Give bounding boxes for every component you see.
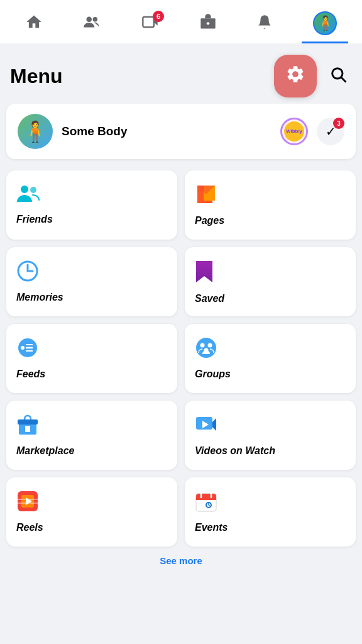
memories-label: Memories [16, 292, 167, 303]
svg-marker-28 [212, 418, 216, 431]
avatar: 🧍 [313, 11, 337, 35]
weekly-badge[interactable]: Wibbly [280, 118, 308, 145]
svg-line-8 [341, 77, 345, 81]
friends-icon [82, 13, 101, 35]
menu-item-groups[interactable]: Groups [185, 324, 356, 393]
svg-point-9 [21, 186, 28, 193]
svg-rect-34 [18, 502, 38, 504]
reels-menu-icon [16, 490, 167, 516]
svg-rect-37 [196, 497, 216, 500]
profile-card[interactable]: 🧍 Some Body Wibbly 3 ✓ [6, 104, 356, 159]
video-badge: 6 [153, 11, 164, 22]
svg-point-16 [21, 346, 25, 350]
top-navigation: 6 🧍 [0, 0, 362, 45]
page-title: Menu [10, 65, 63, 88]
menu-item-pages[interactable]: Pages [185, 170, 356, 240]
profile-actions: Wibbly 3 ✓ [280, 118, 344, 145]
friends-menu-icon [16, 183, 167, 208]
checkmark-button[interactable]: 3 ✓ [317, 118, 344, 145]
menu-grid: Friends Pages Memories [0, 168, 362, 547]
see-more-button[interactable]: See more [0, 547, 362, 571]
svg-rect-25 [18, 419, 38, 425]
gear-icon [285, 64, 305, 89]
svg-point-10 [30, 187, 36, 193]
menu-item-memories[interactable]: Memories [6, 247, 177, 316]
bell-icon [256, 13, 273, 35]
groups-menu-icon [195, 336, 346, 362]
header-actions [274, 55, 352, 97]
see-more-label: See more [160, 555, 202, 566]
avatar-figure: 🧍 [23, 119, 48, 143]
menu-item-marketplace[interactable]: Marketplace [6, 401, 177, 470]
svg-point-22 [208, 343, 212, 348]
svg-rect-26 [25, 426, 30, 432]
nav-marketplace[interactable] [188, 8, 228, 42]
nav-notifications[interactable] [245, 8, 284, 42]
reels-label: Reels [16, 522, 167, 533]
home-icon [25, 13, 43, 35]
settings-button[interactable] [274, 55, 317, 97]
pages-menu-icon [195, 183, 346, 209]
profile-name: Some Body [62, 125, 280, 138]
memories-menu-icon [16, 260, 167, 286]
marketplace-menu-icon [16, 413, 167, 439]
friends-label: Friends [16, 214, 167, 225]
marketplace-label: Marketplace [16, 445, 167, 457]
search-button[interactable] [324, 62, 352, 90]
groups-label: Groups [195, 369, 346, 380]
marketplace-nav-icon [199, 13, 217, 35]
svg-point-20 [196, 338, 216, 358]
nav-home[interactable] [14, 8, 54, 42]
nav-video[interactable]: 6 [130, 8, 170, 42]
check-badge: 3 [333, 118, 344, 129]
menu-item-events[interactable]: Events [185, 477, 356, 547]
menu-item-reels[interactable]: Reels [6, 477, 177, 547]
saved-menu-icon [195, 260, 346, 287]
weekly-inner: Wibbly [284, 121, 304, 142]
menu-item-feeds[interactable]: Feeds [6, 324, 177, 393]
avatar: 🧍 [18, 114, 53, 149]
events-label: Events [195, 522, 346, 533]
search-icon [329, 65, 347, 87]
nav-friends[interactable] [71, 8, 112, 42]
pages-label: Pages [195, 215, 346, 226]
videos-label: Videos on Watch [195, 445, 346, 457]
svg-rect-33 [18, 499, 38, 500]
events-menu-icon [195, 490, 346, 516]
svg-point-21 [200, 343, 205, 348]
svg-point-0 [87, 16, 92, 22]
menu-item-videos-on-watch[interactable]: Videos on Watch [185, 401, 356, 470]
svg-point-1 [93, 17, 98, 22]
menu-item-saved[interactable]: Saved [185, 247, 356, 316]
menu-item-friends[interactable]: Friends [6, 170, 177, 240]
feeds-label: Feeds [16, 369, 167, 380]
menu-header: Menu [0, 45, 362, 104]
saved-label: Saved [195, 293, 346, 304]
videos-menu-icon [195, 413, 346, 439]
svg-rect-2 [143, 17, 154, 27]
avatar-emoji: 🧍 [317, 15, 334, 31]
feeds-menu-icon [16, 336, 167, 362]
nav-profile[interactable]: 🧍 [302, 6, 348, 43]
